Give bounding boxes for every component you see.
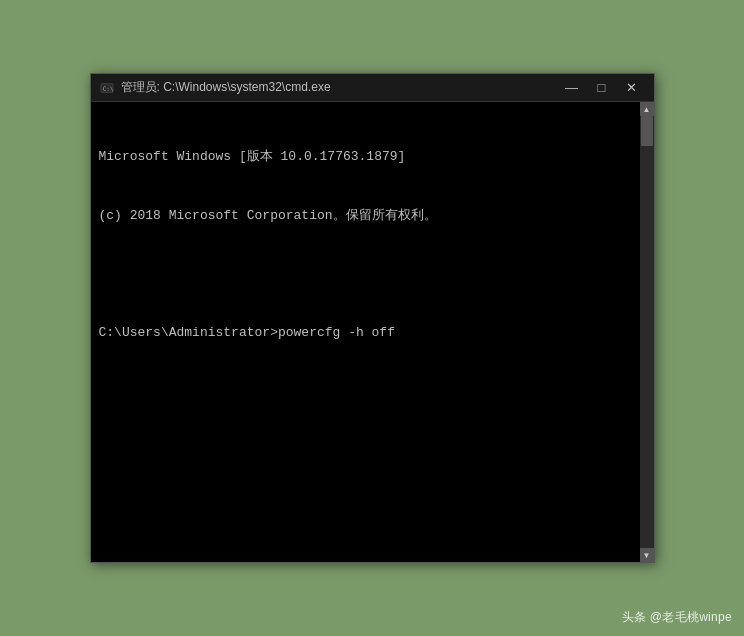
watermark: 头条 @老毛桃winpe <box>622 609 732 626</box>
close-button[interactable]: ✕ <box>618 77 646 99</box>
svg-text:C:\: C:\ <box>102 84 113 91</box>
maximize-button[interactable]: □ <box>588 77 616 99</box>
scrollbar[interactable]: ▲ ▼ <box>640 102 654 562</box>
cmd-icon: C:\ <box>99 80 115 96</box>
terminal-content: Microsoft Windows [版本 10.0.17763.1879] (… <box>91 102 640 562</box>
scroll-thumb[interactable] <box>641 116 653 146</box>
terminal-line-4: C:\Users\Administrator>powercfg -h off <box>99 323 632 343</box>
window-controls: — □ ✕ <box>558 77 646 99</box>
desktop: C:\ 管理员: C:\Windows\system32\cmd.exe — □… <box>0 0 744 636</box>
terminal-line-3 <box>99 264 632 284</box>
terminal-body[interactable]: Microsoft Windows [版本 10.0.17763.1879] (… <box>91 102 654 562</box>
scroll-up-arrow[interactable]: ▲ <box>640 102 654 116</box>
title-bar: C:\ 管理员: C:\Windows\system32\cmd.exe — □… <box>91 74 654 102</box>
cmd-window: C:\ 管理员: C:\Windows\system32\cmd.exe — □… <box>90 73 655 563</box>
window-title: 管理员: C:\Windows\system32\cmd.exe <box>121 79 558 96</box>
terminal-line-1: Microsoft Windows [版本 10.0.17763.1879] <box>99 147 632 167</box>
minimize-button[interactable]: — <box>558 77 586 99</box>
scroll-down-arrow[interactable]: ▼ <box>640 548 654 562</box>
terminal-line-2: (c) 2018 Microsoft Corporation。保留所有权利。 <box>99 206 632 226</box>
scroll-track[interactable] <box>640 116 654 548</box>
